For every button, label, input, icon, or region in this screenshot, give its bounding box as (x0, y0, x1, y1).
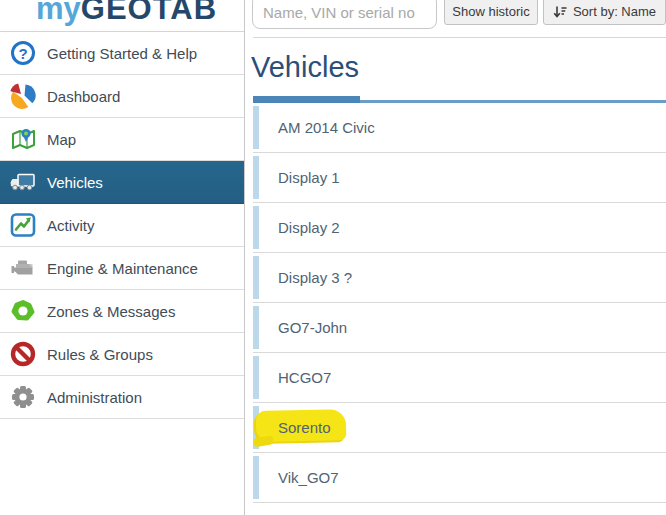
sidebar-item-label: Map (47, 131, 76, 148)
vehicle-row[interactable]: GO7-John (253, 303, 666, 353)
sidebar-item-administration[interactable]: Administration (0, 376, 244, 419)
sidebar-nav: ? Getting Started & Help Dashboard (0, 32, 244, 419)
sidebar-item-label: Zones & Messages (47, 303, 175, 320)
sort-by-button[interactable]: Sort by: Name (543, 0, 666, 25)
logo-prefix: my (36, 0, 81, 26)
vehicle-row-highlighted[interactable]: Sorento (253, 403, 666, 453)
pie-chart-icon (9, 82, 37, 110)
vehicle-name: AM 2014 Civic (278, 119, 375, 136)
sidebar-item-map[interactable]: Map (0, 118, 244, 161)
sidebar-item-activity[interactable]: Activity (0, 204, 244, 247)
sidebar-item-zones-messages[interactable]: Zones & Messages (0, 290, 244, 333)
vehicle-name: Display 3 ? (278, 269, 352, 286)
vehicle-row[interactable]: Display 1 (253, 153, 666, 203)
active-tab-indicator[interactable] (253, 96, 360, 103)
sidebar-item-label: Rules & Groups (47, 346, 153, 363)
svg-text:?: ? (18, 45, 27, 62)
sidebar-item-label: Vehicles (47, 174, 103, 191)
vehicle-name: Vik_GO7 (278, 469, 339, 486)
sidebar-item-rules-groups[interactable]: Rules & Groups (0, 333, 244, 376)
sidebar-item-label: Engine & Maintenance (47, 260, 198, 277)
show-historic-button[interactable]: Show historic (444, 0, 538, 25)
vehicle-name: Sorento (278, 419, 331, 436)
vehicle-name: Display 2 (278, 219, 340, 236)
map-icon (9, 125, 37, 153)
sidebar-item-label: Administration (47, 389, 142, 406)
sort-icon (553, 5, 567, 19)
sidebar-item-label: Activity (47, 217, 95, 234)
engine-icon (9, 254, 37, 282)
show-historic-label: Show historic (452, 4, 529, 19)
activity-chart-icon (9, 211, 37, 239)
page-title: Vehicles (251, 51, 359, 84)
logo-suffix: GEOTAB (81, 0, 217, 26)
vehicle-row[interactable]: AM 2014 Civic (253, 103, 666, 153)
zone-icon (9, 297, 37, 325)
mygeotab-app: myGEOTAB ? Getting Started & Help Dashbo… (0, 0, 666, 515)
mygeotab-logo[interactable]: myGEOTAB (36, 0, 217, 27)
sidebar-item-vehicles[interactable]: Vehicles (0, 161, 244, 204)
gear-icon (9, 383, 37, 411)
prohibition-icon (9, 340, 37, 368)
sidebar-item-label: Getting Started & Help (47, 45, 197, 62)
vehicle-name: Display 1 (278, 169, 340, 186)
sidebar-item-dashboard[interactable]: Dashboard (0, 75, 244, 118)
sidebar: myGEOTAB ? Getting Started & Help Dashbo… (0, 0, 245, 515)
vehicle-name: GO7-John (278, 319, 347, 336)
logo-row: myGEOTAB (0, 0, 244, 32)
sort-by-label: Sort by: Name (573, 4, 656, 19)
vehicle-search-input[interactable] (252, 0, 437, 29)
vehicle-row[interactable]: HCGO7 (253, 353, 666, 403)
vehicle-row[interactable]: Display 3 ? (253, 253, 666, 303)
vehicle-row[interactable]: Vik_GO7 (253, 453, 666, 503)
vehicle-name: HCGO7 (278, 369, 331, 386)
topbar-divider (253, 37, 666, 38)
sidebar-item-label: Dashboard (47, 88, 120, 105)
vehicle-row[interactable]: Display 2 (253, 203, 666, 253)
sidebar-item-getting-started[interactable]: ? Getting Started & Help (0, 32, 244, 75)
vehicle-list: AM 2014 Civic Display 1 Display 2 Displa… (253, 103, 666, 503)
help-icon: ? (9, 39, 37, 67)
truck-icon (9, 168, 37, 196)
sidebar-item-engine-maintenance[interactable]: Engine & Maintenance (0, 247, 244, 290)
